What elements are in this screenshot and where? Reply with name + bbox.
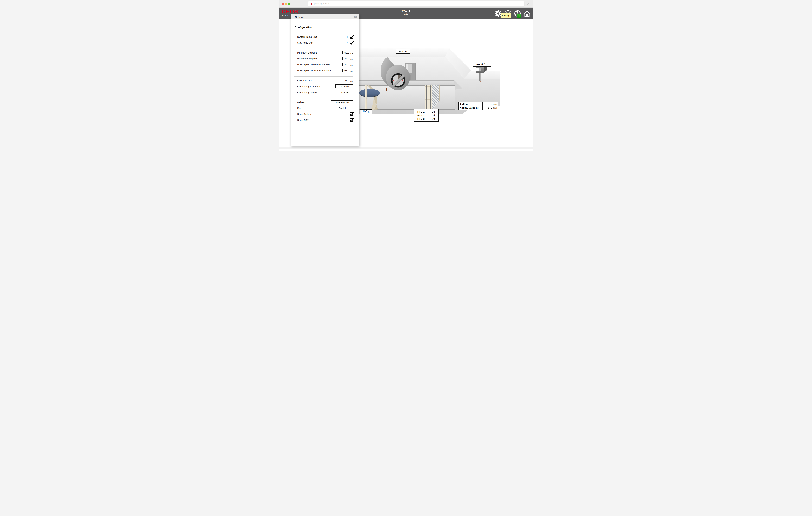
fan-button[interactable]: Parallel (331, 106, 353, 110)
traffic-light-minimize[interactable] (285, 3, 287, 5)
divider (294, 76, 353, 77)
minimum-setpoint-row: Minimum Setpoint 59.0 C/F (297, 51, 353, 55)
coil-pipe-right (430, 85, 431, 111)
content-left-edge (280, 19, 280, 149)
divider (294, 33, 353, 33)
occupancy-command-label: Occupancy Command (297, 85, 321, 88)
damper-position-unit: % (368, 111, 370, 113)
fan-status-box: Fan On (396, 49, 410, 54)
browser-window: ← → 192.168.1.112 DEOS CONTROLS VAV 1 VA… (279, 0, 533, 151)
override-time-row: Override Time 60 min (297, 78, 353, 83)
maximum-setpoint-label: Maximum Setpoint (297, 57, 317, 60)
stat-temp-unit-value: 'F (347, 41, 348, 44)
forward-icon[interactable]: → (301, 2, 305, 5)
htg1-status: Off (428, 110, 439, 114)
header-icon-row: 1 (494, 8, 530, 19)
sat-sensor-probe-tip (480, 81, 481, 82)
unoccupied-minimum-setpoint-label: Unoccupied Minimum Setpoint (297, 63, 330, 66)
sat-sensor[interactable] (475, 67, 484, 73)
traffic-light-close[interactable] (282, 3, 284, 5)
heating-stages-table: HTG 1 HTG 2 HTG 3 Off Off Off (414, 109, 439, 122)
airflow-tick-mark (386, 88, 386, 91)
show-airflow-label: Show Airflow (297, 113, 311, 115)
address-bar[interactable]: 192.168.1.112 (308, 1, 524, 6)
show-airflow-checkbox[interactable] (350, 112, 353, 116)
system-temp-unit-row: System Temp Unit 'F (297, 35, 353, 39)
url-text[interactable]: 192.168.1.112 (314, 3, 329, 5)
show-airflow-row: Show Airflow (297, 112, 353, 116)
fan-label: Fan (297, 107, 301, 110)
occupancy-status-label: Occupancy Status (297, 91, 317, 94)
airflow-labels: Airflow Airflow Setpoint (459, 102, 483, 110)
system-temp-unit-checkbox[interactable] (350, 35, 353, 38)
damper-position-value: 100 (362, 110, 367, 113)
settings-tooltip: Settings (501, 13, 512, 18)
occupancy-status-value: Occupied (336, 91, 353, 93)
htg3-label: HTG 3 (414, 117, 428, 121)
unoccupied-minimum-setpoint-row: Unoccupied Minimum Setpoint 82.0 C/F (297, 62, 353, 67)
minimum-setpoint-label: Minimum Setpoint (297, 51, 317, 54)
coil-pipe-left (426, 85, 427, 111)
htg2-status: Off (428, 114, 439, 117)
browser-topbar: ← → 192.168.1.112 (279, 0, 533, 8)
occupancy-command-button[interactable]: Occupied (336, 84, 353, 88)
airflow-setpoint-unit: CFM (493, 107, 497, 109)
airflow-values: 0 CFM 672 CFM (483, 102, 498, 110)
reheat-row: Reheat 3StagesOnOff (297, 100, 353, 104)
maximum-setpoint-unit: C/F (350, 58, 353, 60)
heating-coil-edge (439, 85, 440, 101)
airflow-table: Airflow Airflow Setpoint 0 CFM 672 CFM (458, 102, 498, 110)
scheduler-clock: 1 (514, 10, 521, 17)
unoccupied-minimum-setpoint-unit: C/F (350, 64, 353, 66)
override-time-label: Override Time (297, 79, 313, 82)
close-icon[interactable]: × (354, 16, 357, 18)
fullscreen-icon[interactable] (527, 2, 529, 5)
content-right-edge (532, 19, 532, 149)
damper-blade[interactable] (359, 89, 380, 97)
settings-dialog-body: Configuration System Temp Unit 'F Stat T… (291, 20, 359, 146)
unoccupied-minimum-setpoint-input[interactable]: 82.0 (342, 63, 350, 66)
maximum-setpoint-row: Maximum Setpoint 86.0 C/F (297, 56, 353, 61)
settings-dialog-header: Settings × (291, 15, 359, 20)
airflow-label: Airflow (460, 103, 483, 106)
airflow-setpoint-label: Airflow Setpoint (460, 107, 483, 109)
airflow-unit: CFM (493, 103, 497, 105)
sat-sensor-window (476, 68, 481, 71)
alarm-count-badge[interactable]: 1 (517, 14, 521, 18)
settings-dialog: Settings × Configuration System Temp Uni… (291, 15, 359, 146)
supply-fan-image (375, 55, 424, 98)
maximum-setpoint-input[interactable]: 86.0 (342, 57, 350, 60)
airflow-setpoint-value: 672 (488, 106, 492, 109)
site-favicon-icon (310, 3, 312, 5)
htg1-label: HTG 1 (414, 110, 428, 114)
heating-stages-values: Off Off Off (428, 109, 439, 121)
sat-label: SAT (475, 63, 480, 66)
back-icon[interactable]: ← (297, 2, 300, 5)
page-bottom-strip (279, 147, 533, 149)
stat-temp-unit-label: Stat Temp Unit (297, 41, 313, 44)
settings-dialog-title: Settings (295, 16, 354, 18)
htg2-label: HTG 2 (414, 114, 428, 117)
override-time-unit: min (350, 80, 353, 82)
traffic-light-zoom[interactable] (288, 3, 290, 5)
stat-temp-unit-row: Stat Temp Unit 'F (297, 40, 353, 45)
system-temp-unit-value: 'F (347, 36, 348, 38)
minimum-setpoint-input[interactable]: 59.0 (342, 51, 350, 54)
occupancy-status-row: Occupancy Status Occupied (297, 90, 353, 94)
unoccupied-maximum-setpoint-input[interactable]: 61.0 (342, 68, 350, 72)
configuration-heading: Configuration (295, 26, 312, 29)
show-sat-checkbox[interactable] (350, 118, 353, 122)
system-temp-unit-label: System Temp Unit (297, 35, 317, 38)
sat-value: 0.0 (481, 63, 485, 66)
damper-shaft (365, 85, 367, 110)
sat-unit: °F (486, 63, 488, 65)
unoccupied-maximum-setpoint-row: Unoccupied Maximum Setpoint 61.0 C/F (297, 68, 353, 73)
stat-temp-unit-checkbox[interactable] (350, 41, 353, 45)
sat-sensor-probe (480, 73, 481, 81)
occupancy-command-row: Occupancy Command Occupied (297, 84, 353, 88)
home-icon[interactable] (523, 10, 530, 17)
heating-stages-labels: HTG 1 HTG 2 HTG 3 (414, 109, 428, 121)
htg3-status: Off (428, 117, 439, 121)
show-sat-label: Show SAT (297, 119, 309, 121)
reheat-button[interactable]: 3StagesOnOff (331, 100, 353, 104)
